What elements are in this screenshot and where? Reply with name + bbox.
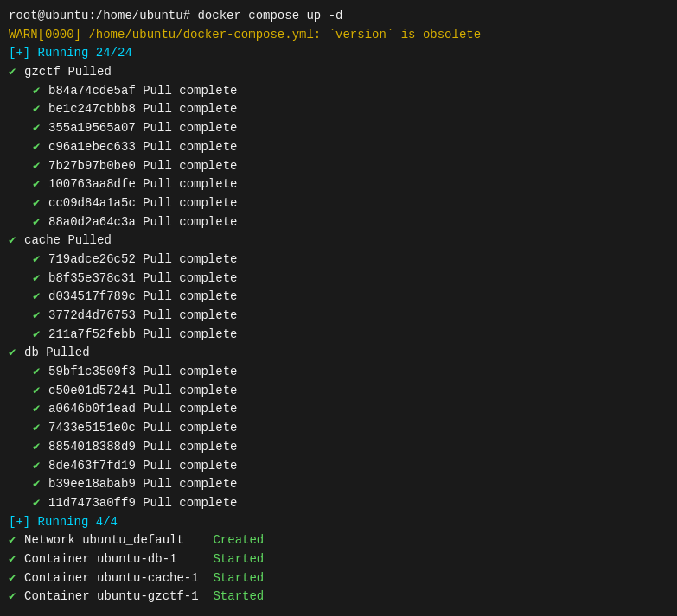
- layer-line-15: ✔ c50e01d57241 Pull complete: [9, 382, 668, 401]
- layer-line-1: ✔ b84a74cde5af Pull complete: [9, 82, 668, 101]
- check-icon-layer19: ✔: [33, 457, 45, 476]
- cache-name: cache Pulled: [24, 232, 112, 251]
- check-icon-layer8: ✔: [33, 213, 45, 232]
- container-cache-name: Container ubuntu-cache-1: [24, 569, 213, 588]
- network-status: Created: [213, 531, 264, 550]
- check-icon-layer6: ✔: [33, 175, 45, 194]
- layer-line-8: ✔ 88a0d2a64c3a Pull complete: [9, 213, 668, 232]
- terminal-line-container-db: ✔ Container ubuntu-db-1 Started: [9, 550, 668, 569]
- check-icon-container-db: ✔: [9, 550, 21, 569]
- check-icon-network: ✔: [9, 531, 21, 550]
- layer-hash-16: a0646b0f1ead Pull complete: [48, 400, 237, 419]
- check-icon-layer5: ✔: [33, 157, 45, 176]
- check-icon-layer16: ✔: [33, 400, 45, 419]
- layer-line-18: ✔ 8854018388d9 Pull complete: [9, 438, 668, 457]
- terminal-line-running2: [+] Running 4/4: [9, 513, 668, 532]
- running-text-2: [+] Running 4/4: [9, 513, 118, 532]
- terminal-line-db: ✔ db Pulled: [9, 344, 668, 363]
- layer-line-9: ✔ 719adce26c52 Pull complete: [9, 251, 668, 270]
- running-text-1: [+] Running 24/24: [9, 44, 132, 63]
- layer-line-10: ✔ b8f35e378c31 Pull complete: [9, 270, 668, 289]
- terminal-line-running1: [+] Running 24/24: [9, 44, 668, 63]
- gzctf-name: gzctf Pulled: [24, 63, 112, 82]
- terminal-line-cache: ✔ cache Pulled: [9, 232, 668, 251]
- terminal-line-gzctf: ✔ gzctf Pulled: [9, 63, 668, 82]
- check-icon-layer4: ✔: [33, 138, 45, 157]
- container-db-name: Container ubuntu-db-1: [24, 550, 213, 569]
- terminal-line-container-gzctf: ✔ Container ubuntu-gzctf-1 Started: [9, 587, 668, 606]
- check-icon-layer1: ✔: [33, 82, 45, 101]
- layer-line-20: ✔ b39ee18abab9 Pull complete: [9, 475, 668, 494]
- layer-line-4: ✔ c96a1ebec633 Pull complete: [9, 138, 668, 157]
- layer-hash-19: 8de463f7fd19 Pull complete: [48, 457, 237, 476]
- check-icon-layer9: ✔: [33, 251, 45, 270]
- layer-hash-10: b8f35e378c31 Pull complete: [48, 270, 237, 289]
- check-icon-layer3: ✔: [33, 119, 45, 138]
- check-icon-cache: ✔: [9, 232, 21, 251]
- layer-line-21: ✔ 11d7473a0ff9 Pull complete: [9, 494, 668, 513]
- layer-line-13: ✔ 211a7f52febb Pull complete: [9, 326, 668, 345]
- layer-hash-4: c96a1ebec633 Pull complete: [48, 138, 237, 157]
- check-icon-layer13: ✔: [33, 326, 45, 345]
- check-icon-layer21: ✔: [33, 494, 45, 513]
- layer-line-11: ✔ d034517f789c Pull complete: [9, 288, 668, 307]
- layer-line-17: ✔ 7433e5151e0c Pull complete: [9, 419, 668, 438]
- layer-line-3: ✔ 355a19565a07 Pull complete: [9, 119, 668, 138]
- container-cache-status: Started: [213, 569, 264, 588]
- db-name: db Pulled: [24, 344, 90, 363]
- layer-hash-5: 7b27b97b0be0 Pull complete: [48, 157, 237, 176]
- layer-hash-15: c50e01d57241 Pull complete: [48, 382, 237, 401]
- check-icon-layer11: ✔: [33, 288, 45, 307]
- layer-hash-13: 211a7f52febb Pull complete: [48, 326, 237, 345]
- check-icon-gzctf: ✔: [9, 63, 21, 82]
- check-icon-layer14: ✔: [33, 363, 45, 382]
- check-icon-container-cache: ✔: [9, 569, 21, 588]
- layer-hash-17: 7433e5151e0c Pull complete: [48, 419, 237, 438]
- layer-line-6: ✔ 100763aa8dfe Pull complete: [9, 175, 668, 194]
- terminal-line-container-cache: ✔ Container ubuntu-cache-1 Started: [9, 569, 668, 588]
- check-icon-layer2: ✔: [33, 100, 45, 119]
- check-icon-layer7: ✔: [33, 194, 45, 213]
- layer-line-14: ✔ 59bf1c3509f3 Pull complete: [9, 363, 668, 382]
- layer-hash-7: cc09d84a1a5c Pull complete: [48, 194, 237, 213]
- layer-hash-9: 719adce26c52 Pull complete: [48, 251, 237, 270]
- layer-hash-21: 11d7473a0ff9 Pull complete: [48, 494, 237, 513]
- layer-hash-3: 355a19565a07 Pull complete: [48, 119, 237, 138]
- layer-hash-2: be1c247cbbb8 Pull complete: [48, 100, 237, 119]
- layer-hash-11: d034517f789c Pull complete: [48, 288, 237, 307]
- terminal-line-warn: WARN[0000] /home/ubuntu/docker-compose.y…: [9, 26, 668, 45]
- network-name: Network ubuntu_default: [24, 531, 213, 550]
- warn-text: WARN[0000] /home/ubuntu/docker-compose.y…: [9, 26, 481, 45]
- terminal-window: root@ubuntu:/home/ubuntu# docker compose…: [0, 0, 677, 613]
- check-icon-layer10: ✔: [33, 270, 45, 289]
- prompt-text: root@ubuntu:/home/ubuntu# docker compose…: [9, 7, 342, 26]
- check-icon-layer18: ✔: [33, 438, 45, 457]
- layer-hash-18: 8854018388d9 Pull complete: [48, 438, 237, 457]
- check-icon-layer12: ✔: [33, 307, 45, 326]
- layer-line-2: ✔ be1c247cbbb8 Pull complete: [9, 100, 668, 119]
- layer-line-12: ✔ 3772d4d76753 Pull complete: [9, 307, 668, 326]
- container-gzctf-name: Container ubuntu-gzctf-1: [24, 587, 213, 606]
- layer-hash-20: b39ee18abab9 Pull complete: [48, 475, 237, 494]
- terminal-line-prompt: root@ubuntu:/home/ubuntu# docker compose…: [9, 7, 668, 26]
- layer-hash-1: b84a74cde5af Pull complete: [48, 82, 237, 101]
- layer-hash-8: 88a0d2a64c3a Pull complete: [48, 213, 237, 232]
- container-gzctf-status: Started: [213, 587, 264, 606]
- check-icon-layer15: ✔: [33, 382, 45, 401]
- layer-line-19: ✔ 8de463f7fd19 Pull complete: [9, 457, 668, 476]
- check-icon-layer20: ✔: [33, 475, 45, 494]
- layer-line-16: ✔ a0646b0f1ead Pull complete: [9, 400, 668, 419]
- layer-line-5: ✔ 7b27b97b0be0 Pull complete: [9, 157, 668, 176]
- container-db-status: Started: [213, 550, 264, 569]
- check-icon-layer17: ✔: [33, 419, 45, 438]
- terminal-line-network: ✔ Network ubuntu_default Created: [9, 531, 668, 550]
- check-icon-container-gzctf: ✔: [9, 587, 21, 606]
- layer-hash-14: 59bf1c3509f3 Pull complete: [48, 363, 237, 382]
- check-icon-db: ✔: [9, 344, 21, 363]
- layer-hash-6: 100763aa8dfe Pull complete: [48, 175, 237, 194]
- layer-line-7: ✔ cc09d84a1a5c Pull complete: [9, 194, 668, 213]
- layer-hash-12: 3772d4d76753 Pull complete: [48, 307, 237, 326]
